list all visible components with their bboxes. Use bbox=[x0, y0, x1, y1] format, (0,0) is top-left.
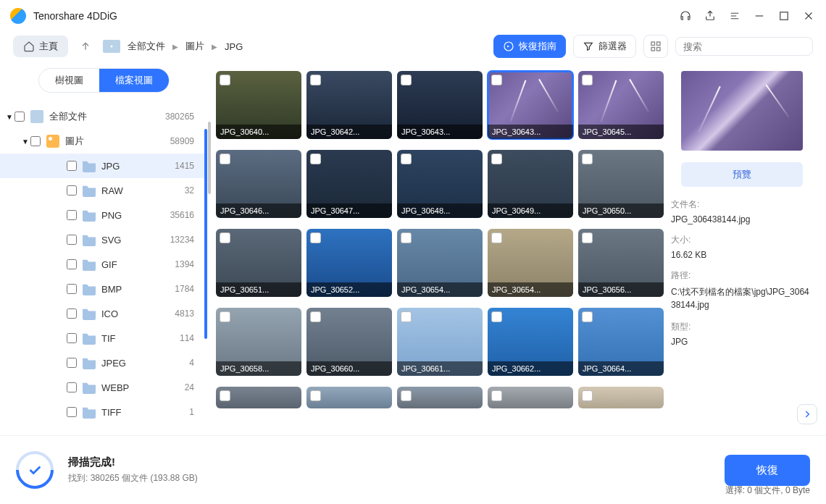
thumb-checkbox[interactable] bbox=[310, 75, 321, 85]
thumb-checkbox[interactable] bbox=[220, 390, 230, 401]
tree-count: 4 bbox=[189, 358, 194, 368]
tree-checkbox[interactable] bbox=[67, 382, 77, 392]
tree-row-jpeg[interactable]: JPEG4 bbox=[0, 350, 207, 375]
file-thumb[interactable]: JPG_30656... bbox=[578, 229, 664, 297]
tree-checkbox[interactable] bbox=[67, 333, 77, 343]
tree-row-png[interactable]: PNG35616 bbox=[0, 203, 207, 227]
file-thumb[interactable]: JPG_30651... bbox=[216, 229, 301, 297]
file-view-tab[interactable]: 檔案視圖 bbox=[99, 69, 169, 92]
thumb-checkbox[interactable] bbox=[491, 75, 502, 85]
close-icon[interactable] bbox=[801, 9, 816, 23]
thumb-checkbox[interactable] bbox=[401, 154, 412, 164]
up-button[interactable] bbox=[75, 41, 96, 52]
breadcrumb-item[interactable]: 全部文件 bbox=[128, 40, 165, 53]
thumb-checkbox[interactable] bbox=[220, 311, 230, 322]
home-button[interactable]: 主頁 bbox=[13, 35, 68, 57]
thumb-checkbox[interactable] bbox=[310, 390, 321, 401]
view-mode-button[interactable] bbox=[643, 35, 668, 58]
file-thumb[interactable]: JPG_30658... bbox=[216, 308, 301, 376]
file-thumb[interactable]: JPG_30640... bbox=[216, 71, 301, 139]
file-thumb[interactable]: JPG_30654... bbox=[397, 229, 483, 297]
support-icon[interactable] bbox=[678, 9, 693, 23]
file-thumb[interactable]: JPG_30662... bbox=[488, 308, 573, 376]
tree-checkbox[interactable] bbox=[67, 161, 77, 171]
tree-checkbox[interactable] bbox=[67, 185, 77, 196]
file-thumb[interactable]: JPG_30654... bbox=[488, 229, 573, 297]
thumb-checkbox[interactable] bbox=[491, 311, 502, 322]
tree-row-全部文件[interactable]: ▼全部文件380265 bbox=[0, 104, 207, 129]
thumb-checkbox[interactable] bbox=[582, 311, 593, 322]
recovery-guide-button[interactable]: 恢復指南 bbox=[493, 35, 566, 58]
thumb-checkbox[interactable] bbox=[220, 154, 230, 164]
thumb-checkbox[interactable] bbox=[582, 154, 593, 164]
file-thumb[interactable] bbox=[216, 387, 301, 408]
file-thumb[interactable]: JPG_30650... bbox=[578, 150, 664, 218]
tree-row-tiff[interactable]: TIFF1 bbox=[0, 400, 207, 424]
tree-checkbox[interactable] bbox=[67, 235, 77, 245]
thumb-checkbox[interactable] bbox=[401, 311, 412, 322]
thumb-checkbox[interactable] bbox=[310, 311, 321, 322]
tree-row-bmp[interactable]: BMP1784 bbox=[0, 277, 207, 301]
tree-checkbox[interactable] bbox=[14, 112, 25, 122]
thumb-checkbox[interactable] bbox=[491, 232, 502, 243]
preview-button[interactable]: 預覽 bbox=[681, 162, 803, 187]
tree-checkbox[interactable] bbox=[67, 358, 77, 368]
thumb-checkbox[interactable] bbox=[401, 232, 412, 243]
thumb-checkbox[interactable] bbox=[310, 154, 321, 164]
thumb-checkbox[interactable] bbox=[582, 390, 593, 401]
tree-row-webp[interactable]: WEBP24 bbox=[0, 375, 207, 400]
tree-checkbox[interactable] bbox=[67, 308, 77, 319]
file-thumb[interactable]: JPG_30645... bbox=[578, 71, 664, 139]
tree-checkbox[interactable] bbox=[67, 259, 77, 269]
thumb-checkbox[interactable] bbox=[401, 390, 412, 401]
file-thumb[interactable]: JPG_30646... bbox=[216, 150, 301, 218]
file-thumb[interactable]: JPG_30660... bbox=[306, 308, 392, 376]
file-thumb[interactable]: JPG_30647... bbox=[306, 150, 392, 218]
maximize-icon[interactable] bbox=[777, 9, 791, 23]
minimize-icon[interactable] bbox=[752, 9, 767, 23]
file-thumb[interactable] bbox=[306, 387, 392, 408]
tree-row-圖片[interactable]: ▼圖片58909 bbox=[0, 129, 207, 154]
menu-icon[interactable] bbox=[727, 9, 742, 23]
tree-checkbox[interactable] bbox=[30, 136, 41, 146]
thumb-checkbox[interactable] bbox=[491, 390, 502, 401]
tree-row-ico[interactable]: ICO4813 bbox=[0, 301, 207, 326]
tree-row-tif[interactable]: TIF114 bbox=[0, 326, 207, 350]
file-thumb[interactable]: JPG_30661... bbox=[397, 308, 483, 376]
thumb-checkbox[interactable] bbox=[220, 75, 230, 85]
app-logo bbox=[10, 8, 26, 24]
share-icon[interactable] bbox=[703, 9, 717, 23]
file-thumb[interactable]: JPG_30649... bbox=[488, 150, 573, 218]
filter-button[interactable]: 篩選器 bbox=[573, 35, 636, 58]
breadcrumb-item[interactable]: 圖片 bbox=[185, 40, 204, 53]
tree-checkbox[interactable] bbox=[67, 210, 77, 220]
tree-row-svg[interactable]: SVG13234 bbox=[0, 227, 207, 252]
tree-checkbox[interactable] bbox=[67, 407, 77, 417]
file-thumb[interactable] bbox=[397, 387, 483, 408]
thumb-checkbox[interactable] bbox=[491, 154, 502, 164]
next-page-button[interactable] bbox=[797, 404, 817, 424]
tree-count: 32 bbox=[185, 185, 194, 196]
tree-row-jpg[interactable]: JPG1415 bbox=[0, 154, 207, 178]
tree-view-tab[interactable]: 樹視圖 bbox=[39, 69, 99, 92]
file-thumb[interactable] bbox=[578, 387, 664, 408]
file-thumb[interactable]: JPG_30643... bbox=[397, 71, 483, 139]
breadcrumb-item[interactable]: JPG bbox=[225, 41, 243, 52]
search-input[interactable] bbox=[683, 41, 805, 52]
tree-row-raw[interactable]: RAW32 bbox=[0, 178, 207, 203]
file-thumb[interactable]: JPG_30664... bbox=[578, 308, 664, 376]
thumb-checkbox[interactable] bbox=[220, 232, 230, 243]
thumb-checkbox[interactable] bbox=[310, 232, 321, 243]
recover-button[interactable]: 恢復 bbox=[725, 455, 810, 486]
thumb-checkbox[interactable] bbox=[582, 232, 593, 243]
file-thumb[interactable]: JPG_30642... bbox=[306, 71, 392, 139]
tree-checkbox[interactable] bbox=[67, 284, 77, 294]
file-thumb[interactable]: JPG_30648... bbox=[397, 150, 483, 218]
search-box[interactable] bbox=[675, 37, 813, 56]
file-thumb[interactable]: JPG_30652... bbox=[306, 229, 392, 297]
thumb-checkbox[interactable] bbox=[582, 75, 593, 85]
file-thumb[interactable]: JPG_30643... bbox=[488, 71, 573, 139]
thumb-checkbox[interactable] bbox=[401, 75, 412, 85]
tree-row-gif[interactable]: GIF1394 bbox=[0, 252, 207, 277]
file-thumb[interactable] bbox=[488, 387, 573, 408]
